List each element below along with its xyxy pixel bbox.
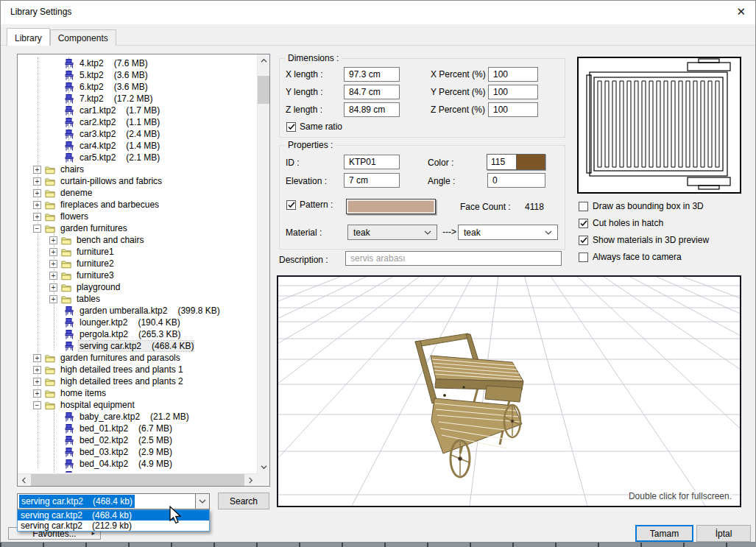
tree-file-row[interactable]: car2.ktp2(1.1 MB) xyxy=(18,116,256,128)
z-length-input[interactable]: 84.89 cm xyxy=(344,102,400,117)
tree-item-label: 6.ktp2 xyxy=(79,82,105,92)
y-length-input[interactable]: 84.7 cm xyxy=(344,85,400,99)
x-percent-input[interactable]: 100 xyxy=(488,67,538,82)
horizontal-scrollbar[interactable] xyxy=(18,473,257,486)
expand-icon[interactable]: + xyxy=(49,248,57,256)
expand-icon[interactable]: + xyxy=(33,189,41,197)
tree-file-row[interactable]: lounger.ktp2(190.4 KB) xyxy=(18,317,256,328)
tree-item-label: car5.ktp2 xyxy=(79,152,116,163)
tree-folder-row[interactable]: +tables xyxy=(18,293,256,305)
tree-folder-row[interactable]: +playground xyxy=(18,281,256,293)
tree-file-row[interactable]: bed_01.ktp2(6.7 MB) xyxy=(18,423,256,434)
close-icon[interactable]: ✕ xyxy=(736,5,746,18)
tree-folder-row[interactable]: −garden furnitures xyxy=(18,222,256,234)
expand-icon[interactable]: + xyxy=(33,201,41,209)
vertical-scrollbar[interactable] xyxy=(257,54,269,473)
library-tree[interactable]: 4.ktp2(7.6 MB)5.ktp2(3.6 MB)6.ktp2(3.6 M… xyxy=(17,54,270,487)
preview-3d[interactable]: Double click for fullscreen. xyxy=(277,275,741,507)
tree-folder-row[interactable]: +high detailed trees and plants 2 xyxy=(18,375,256,387)
z-percent-input[interactable]: 100 xyxy=(488,102,538,117)
tab-components[interactable]: Components xyxy=(50,29,116,46)
tree-file-row[interactable] xyxy=(18,470,256,473)
tree-folder-row[interactable]: +furniture1 xyxy=(18,246,256,258)
description-input[interactable]: servis arabası xyxy=(345,251,562,266)
tree-folder-row[interactable]: +furniture2 xyxy=(18,258,256,269)
tree-file-row[interactable]: bed_04.ktp2(4.9 MB) xyxy=(18,458,256,470)
tree-folder-row[interactable]: +home items xyxy=(18,387,256,399)
material-target-select[interactable]: teak xyxy=(458,225,558,240)
tree-folder-row[interactable]: +garden furnitures and parasols xyxy=(18,352,256,364)
tree-file-row[interactable]: 4.ktp2(7.6 MB) xyxy=(18,57,256,69)
id-input[interactable]: KTP01 xyxy=(344,155,400,169)
tree-folder-row[interactable]: −hospital equipment xyxy=(18,399,256,411)
cancel-button[interactable]: İptal xyxy=(696,525,751,542)
tree-file-row[interactable]: car3.ktp2(2.4 MB) xyxy=(18,128,256,140)
tree-file-row[interactable]: 6.ktp2(3.6 MB) xyxy=(18,81,256,93)
combobox-dropdown-button[interactable] xyxy=(195,494,209,509)
expand-icon[interactable]: + xyxy=(33,177,41,186)
expand-icon[interactable]: + xyxy=(49,283,57,292)
tree-file-row[interactable]: bed_03.ktp2(2.9 MB) xyxy=(18,446,256,458)
tree-folder-row[interactable]: +chairs xyxy=(18,163,256,175)
expand-icon[interactable]: + xyxy=(33,389,41,398)
collapse-icon[interactable]: − xyxy=(33,225,41,233)
expand-icon[interactable]: + xyxy=(33,366,41,374)
material-source-select[interactable]: teak xyxy=(347,225,437,240)
color-swatch[interactable] xyxy=(516,155,545,169)
tree-file-row[interactable]: 5.ktp2(3.6 MB) xyxy=(18,69,256,81)
tree-file-row[interactable]: car5.ktp2(2.1 MB) xyxy=(18,152,256,163)
expand-icon[interactable]: + xyxy=(49,295,57,303)
tree-file-row[interactable]: baby_care.ktp2(21.2 MB) xyxy=(18,411,256,423)
tree-folder-row[interactable]: +furniture3 xyxy=(18,269,256,281)
scroll-down-icon[interactable] xyxy=(258,461,270,473)
tree-item-label: garden furnitures and parasols xyxy=(60,353,181,363)
tree-folder-row[interactable]: +flowers xyxy=(18,211,256,222)
tree-file-row[interactable]: car1.ktp2(1.7 MB) xyxy=(18,105,256,116)
ok-button[interactable]: Tamam xyxy=(635,525,693,542)
expand-icon[interactable]: + xyxy=(33,354,41,362)
color-number[interactable]: 115 xyxy=(487,155,516,169)
y-percent-input[interactable]: 100 xyxy=(488,85,538,99)
vertical-scroll-thumb[interactable] xyxy=(258,76,269,104)
scroll-up-icon[interactable] xyxy=(258,54,270,67)
field-label: Z Percent (%) : xyxy=(431,105,490,115)
angle-input[interactable]: 0 xyxy=(487,173,545,188)
scroll-right-icon[interactable] xyxy=(244,474,257,487)
pattern-swatch[interactable] xyxy=(346,199,436,214)
option-always-face-to-camera[interactable]: Always face to camera xyxy=(579,253,752,262)
tree-folder-row[interactable]: +fireplaces and barbecues xyxy=(18,199,256,211)
search-button[interactable]: Search xyxy=(218,493,269,509)
option-show-materials-in-3d-preview[interactable]: Show materials in 3D preview xyxy=(579,236,752,245)
pattern-checkbox[interactable]: Pattern : xyxy=(286,200,333,210)
expand-icon[interactable]: + xyxy=(49,260,57,268)
options-list: Draw as bounding box in 3DCut holes in h… xyxy=(579,202,752,269)
tree-file-row[interactable]: bed_02.ktp2(2.5 MB) xyxy=(18,434,256,446)
expand-icon[interactable]: + xyxy=(33,166,41,174)
expand-icon[interactable]: + xyxy=(49,272,57,280)
same-ratio-checkbox[interactable]: Same ratio xyxy=(286,122,342,132)
tab-library[interactable]: Library xyxy=(7,28,50,46)
option-draw-as-bounding-box-in-3d[interactable]: Draw as bounding box in 3D xyxy=(579,202,752,211)
top-view-preview[interactable] xyxy=(577,57,741,194)
collapse-icon[interactable]: − xyxy=(33,401,41,409)
tree-folder-row[interactable]: +deneme xyxy=(18,187,256,199)
tree-file-row[interactable]: car4.ktp2(1.4 MB) xyxy=(18,140,256,152)
tree-folder-row[interactable]: +bench and chairs xyxy=(18,234,256,246)
horizontal-scroll-thumb[interactable] xyxy=(31,474,244,486)
scroll-left-icon[interactable] xyxy=(18,474,30,487)
expand-icon[interactable]: + xyxy=(33,213,41,221)
elevation-input[interactable]: 7 cm xyxy=(344,173,400,188)
tree-item-size: (2.1 MB) xyxy=(126,152,160,163)
tree-folder-row[interactable]: +high detailed trees and plants 1 xyxy=(18,364,256,375)
expand-icon[interactable]: + xyxy=(49,236,57,244)
option-cut-holes-in-hatch[interactable]: Cut holes in hatch xyxy=(579,219,752,228)
tree-item-size: (399.8 KB) xyxy=(177,306,219,316)
tree-file-row[interactable]: pergola.ktp2(265.3 KB) xyxy=(18,328,256,340)
tree-file-row[interactable]: serving car.ktp2(468.4 KB) xyxy=(18,340,256,352)
expand-icon[interactable]: + xyxy=(33,378,41,386)
tree-file-row[interactable]: 7.ktp2(17.2 MB) xyxy=(18,93,256,105)
x-length-input[interactable]: 97.3 cm xyxy=(344,67,400,82)
color-control[interactable]: 115 xyxy=(487,154,545,170)
tree-folder-row[interactable]: +curtain-pillows and fabrics xyxy=(18,175,256,187)
tree-file-row[interactable]: garden umberalla.ktp2(399.8 KB) xyxy=(18,305,256,317)
